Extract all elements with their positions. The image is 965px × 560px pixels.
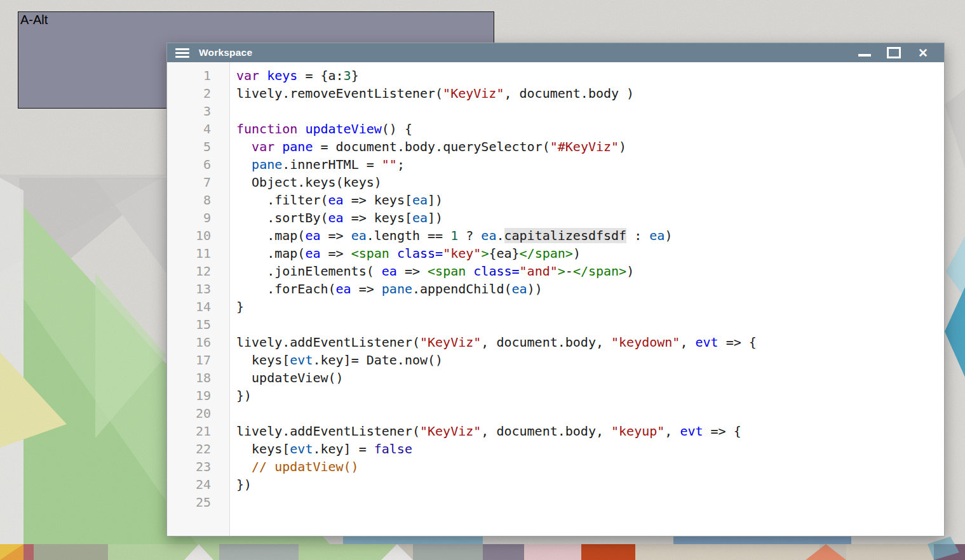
line-number: 3 — [167, 102, 211, 120]
line-number: 18 — [167, 369, 211, 387]
line-numbers: 1234567891011121314151617181920212223242… — [167, 62, 230, 536]
minimize-button[interactable] — [856, 46, 873, 60]
line-number: 8 — [167, 191, 211, 209]
line-number: 24 — [167, 476, 211, 493]
code-lines[interactable]: var keys = {a:3}lively.removeEventListen… — [230, 62, 944, 536]
line-number: 13 — [167, 280, 211, 298]
code-line[interactable]: keys[evt.key]= Date.now() — [236, 351, 944, 369]
code-line[interactable]: lively.removeEventListener("KeyViz", doc… — [236, 84, 944, 102]
line-number: 6 — [167, 156, 211, 173]
line-number: 20 — [167, 404, 211, 422]
code-line[interactable]: }) — [236, 476, 944, 493]
line-number: 15 — [167, 316, 211, 333]
code-line[interactable]: lively.addEventListener("KeyViz", docume… — [236, 333, 944, 351]
line-number: 9 — [167, 209, 211, 227]
code-line[interactable]: .map(ea => <span class="key">{ea}</span>… — [236, 244, 944, 262]
code-line[interactable]: .filter(ea => keys[ea]) — [236, 191, 944, 209]
window-controls: ✕ — [844, 46, 931, 60]
workspace-window: Workspace ✕ 1234567891011121314151617181… — [166, 43, 945, 537]
code-line[interactable]: // updatView() — [236, 458, 944, 476]
code-line[interactable]: var keys = {a:3} — [236, 67, 944, 84]
menu-icon[interactable] — [175, 48, 189, 58]
maximize-icon — [887, 47, 901, 58]
line-number: 7 — [167, 173, 211, 191]
line-number: 23 — [167, 458, 211, 476]
code-line[interactable]: }) — [236, 387, 944, 404]
close-button[interactable]: ✕ — [915, 46, 931, 60]
code-line[interactable]: keys[evt.key] = false — [236, 440, 944, 458]
maximize-button[interactable] — [886, 46, 902, 60]
code-line[interactable] — [236, 493, 944, 511]
minimize-icon — [858, 54, 871, 57]
titlebar[interactable]: Workspace ✕ — [167, 43, 944, 62]
line-number: 10 — [167, 227, 211, 244]
code-line[interactable]: lively.addEventListener("KeyViz", docume… — [236, 422, 944, 440]
line-number: 17 — [167, 351, 211, 369]
line-number: 2 — [167, 84, 211, 102]
code-line[interactable]: updateView() — [236, 369, 944, 387]
close-icon: ✕ — [918, 47, 928, 59]
line-number: 14 — [167, 298, 211, 316]
code-editor: 1234567891011121314151617181920212223242… — [167, 62, 944, 536]
line-number: 12 — [167, 262, 211, 280]
line-number: 21 — [167, 422, 211, 440]
line-number: 25 — [167, 493, 211, 511]
line-number: 4 — [167, 120, 211, 138]
code-line[interactable]: .sortBy(ea => keys[ea]) — [236, 209, 944, 227]
code-line[interactable]: pane.innerHTML = ""; — [236, 156, 944, 173]
code-line[interactable]: .joinElements( ea => <span class="and">-… — [236, 262, 944, 280]
line-number: 19 — [167, 387, 211, 404]
line-number: 22 — [167, 440, 211, 458]
code-line[interactable] — [236, 102, 944, 120]
code-line[interactable]: } — [236, 298, 944, 316]
line-number: 1 — [167, 67, 211, 84]
a-alt-label: A-Alt — [18, 12, 50, 28]
window-title: Workspace — [199, 47, 252, 58]
line-number: 5 — [167, 138, 211, 156]
line-number: 11 — [167, 244, 211, 262]
code-line[interactable]: function updateView() { — [236, 120, 944, 138]
code-line[interactable]: Object.keys(keys) — [236, 173, 944, 191]
code-line[interactable] — [236, 404, 944, 422]
code-line[interactable]: .forEach(ea => pane.appendChild(ea)) — [236, 280, 944, 298]
code-line[interactable] — [236, 316, 944, 333]
line-number: 16 — [167, 333, 211, 351]
code-line[interactable]: var pane = document.body.querySelector("… — [236, 138, 944, 156]
code-line[interactable]: .map(ea => ea.length == 1 ? ea.capitaliz… — [236, 227, 944, 244]
